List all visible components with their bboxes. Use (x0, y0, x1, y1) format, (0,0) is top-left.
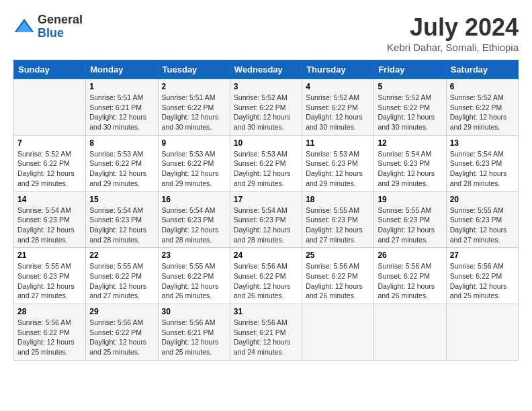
day-number: 29 (89, 307, 154, 316)
title-block: July 2024 Kebri Dahar, Somali, Ethiopia (387, 13, 519, 53)
logo-icon (13, 16, 35, 38)
day-info: Sunrise: 5:53 AM Sunset: 6:22 PM Dayligh… (162, 149, 226, 189)
day-info: Sunrise: 5:55 AM Sunset: 6:23 PM Dayligh… (450, 205, 515, 245)
day-info: Sunrise: 5:53 AM Sunset: 6:22 PM Dayligh… (89, 149, 154, 189)
calendar-body: 1Sunrise: 5:51 AM Sunset: 6:21 PM Daylig… (14, 79, 519, 361)
calendar-cell: 20Sunrise: 5:55 AM Sunset: 6:23 PM Dayli… (446, 191, 518, 248)
day-info: Sunrise: 5:51 AM Sunset: 6:21 PM Dayligh… (89, 93, 154, 132)
location-subtitle: Kebri Dahar, Somali, Ethiopia (387, 42, 519, 53)
day-info: Sunrise: 5:56 AM Sunset: 6:22 PM Dayligh… (89, 318, 154, 357)
day-info: Sunrise: 5:56 AM Sunset: 6:22 PM Dayligh… (234, 261, 298, 301)
calendar-cell: 7Sunrise: 5:52 AM Sunset: 6:22 PM Daylig… (14, 135, 86, 191)
weekday-header-tuesday: Tuesday (158, 60, 230, 79)
calendar-cell: 8Sunrise: 5:53 AM Sunset: 6:22 PM Daylig… (86, 135, 158, 191)
day-info: Sunrise: 5:51 AM Sunset: 6:22 PM Dayligh… (162, 93, 226, 132)
day-number: 4 (306, 82, 370, 91)
day-number: 15 (89, 195, 154, 204)
day-number: 20 (450, 195, 515, 204)
day-info: Sunrise: 5:53 AM Sunset: 6:23 PM Dayligh… (306, 149, 370, 189)
day-number: 10 (234, 138, 298, 148)
weekday-header-monday: Monday (86, 60, 158, 79)
calendar-week-3: 14Sunrise: 5:54 AM Sunset: 6:23 PM Dayli… (14, 191, 519, 248)
calendar-cell: 6Sunrise: 5:52 AM Sunset: 6:22 PM Daylig… (446, 79, 518, 136)
day-number: 25 (306, 250, 370, 260)
calendar-cell: 4Sunrise: 5:52 AM Sunset: 6:22 PM Daylig… (302, 79, 374, 136)
day-info: Sunrise: 5:52 AM Sunset: 6:22 PM Dayligh… (234, 93, 298, 132)
day-info: Sunrise: 5:55 AM Sunset: 6:23 PM Dayligh… (17, 261, 82, 301)
logo-general: General (38, 13, 83, 26)
day-info: Sunrise: 5:52 AM Sunset: 6:22 PM Dayligh… (17, 149, 82, 189)
weekday-header-wednesday: Wednesday (230, 60, 302, 79)
day-info: Sunrise: 5:55 AM Sunset: 6:22 PM Dayligh… (162, 261, 226, 301)
day-number: 24 (234, 250, 298, 260)
day-number: 17 (234, 195, 298, 204)
day-number: 23 (162, 250, 226, 260)
day-number: 6 (450, 82, 515, 91)
day-number: 21 (17, 250, 82, 260)
page-header: General Blue July 2024 Kebri Dahar, Soma… (13, 13, 519, 53)
calendar-cell: 12Sunrise: 5:54 AM Sunset: 6:23 PM Dayli… (374, 135, 446, 191)
calendar-header: SundayMondayTuesdayWednesdayThursdayFrid… (14, 60, 519, 79)
day-info: Sunrise: 5:56 AM Sunset: 6:22 PM Dayligh… (306, 261, 370, 301)
calendar-cell: 22Sunrise: 5:55 AM Sunset: 6:22 PM Dayli… (86, 248, 158, 304)
day-number: 18 (306, 195, 370, 204)
calendar-cell: 30Sunrise: 5:56 AM Sunset: 6:21 PM Dayli… (158, 304, 230, 361)
calendar-cell: 23Sunrise: 5:55 AM Sunset: 6:22 PM Dayli… (158, 248, 230, 304)
day-info: Sunrise: 5:55 AM Sunset: 6:23 PM Dayligh… (306, 205, 370, 245)
day-info: Sunrise: 5:54 AM Sunset: 6:23 PM Dayligh… (89, 205, 154, 245)
weekday-header-friday: Friday (374, 60, 446, 79)
calendar-cell: 13Sunrise: 5:54 AM Sunset: 6:23 PM Dayli… (446, 135, 518, 191)
day-number: 7 (17, 138, 82, 148)
calendar-cell: 24Sunrise: 5:56 AM Sunset: 6:22 PM Dayli… (230, 248, 302, 304)
day-info: Sunrise: 5:55 AM Sunset: 6:22 PM Dayligh… (89, 261, 154, 301)
calendar-week-4: 21Sunrise: 5:55 AM Sunset: 6:23 PM Dayli… (14, 248, 519, 304)
day-number: 28 (17, 307, 82, 316)
day-info: Sunrise: 5:54 AM Sunset: 6:23 PM Dayligh… (378, 149, 442, 189)
calendar-cell: 28Sunrise: 5:56 AM Sunset: 6:22 PM Dayli… (14, 304, 86, 361)
day-number: 8 (89, 138, 154, 148)
calendar-week-1: 1Sunrise: 5:51 AM Sunset: 6:21 PM Daylig… (14, 79, 519, 136)
day-number: 1 (89, 82, 154, 91)
day-info: Sunrise: 5:55 AM Sunset: 6:23 PM Dayligh… (378, 205, 442, 245)
calendar-cell: 18Sunrise: 5:55 AM Sunset: 6:23 PM Dayli… (302, 191, 374, 248)
day-number: 2 (162, 82, 226, 91)
calendar-cell: 25Sunrise: 5:56 AM Sunset: 6:22 PM Dayli… (302, 248, 374, 304)
day-number: 14 (17, 195, 82, 204)
calendar-cell (302, 304, 374, 361)
calendar-cell (446, 304, 518, 361)
logo-text: General Blue (38, 13, 83, 40)
calendar-cell: 26Sunrise: 5:56 AM Sunset: 6:22 PM Dayli… (374, 248, 446, 304)
weekday-header-thursday: Thursday (302, 60, 374, 79)
calendar-cell: 5Sunrise: 5:52 AM Sunset: 6:22 PM Daylig… (374, 79, 446, 136)
day-info: Sunrise: 5:56 AM Sunset: 6:21 PM Dayligh… (234, 318, 298, 357)
day-number: 27 (450, 250, 515, 260)
day-number: 26 (378, 250, 442, 260)
calendar-week-5: 28Sunrise: 5:56 AM Sunset: 6:22 PM Dayli… (14, 304, 519, 361)
day-number: 30 (162, 307, 226, 316)
calendar-cell: 27Sunrise: 5:56 AM Sunset: 6:22 PM Dayli… (446, 248, 518, 304)
logo: General Blue (13, 13, 83, 40)
calendar-table: SundayMondayTuesdayWednesdayThursdayFrid… (13, 60, 519, 361)
calendar-cell: 29Sunrise: 5:56 AM Sunset: 6:22 PM Dayli… (86, 304, 158, 361)
day-info: Sunrise: 5:54 AM Sunset: 6:23 PM Dayligh… (450, 149, 515, 189)
day-number: 22 (89, 250, 154, 260)
day-info: Sunrise: 5:56 AM Sunset: 6:22 PM Dayligh… (17, 318, 82, 357)
calendar-cell: 21Sunrise: 5:55 AM Sunset: 6:23 PM Dayli… (14, 248, 86, 304)
day-number: 31 (234, 307, 298, 316)
calendar-cell: 10Sunrise: 5:53 AM Sunset: 6:22 PM Dayli… (230, 135, 302, 191)
calendar-cell: 2Sunrise: 5:51 AM Sunset: 6:22 PM Daylig… (158, 79, 230, 136)
calendar-cell (14, 79, 86, 136)
logo-blue: Blue (38, 26, 64, 40)
day-number: 5 (378, 82, 442, 91)
month-year-title: July 2024 (387, 13, 519, 42)
day-number: 12 (378, 138, 442, 148)
calendar-week-2: 7Sunrise: 5:52 AM Sunset: 6:22 PM Daylig… (14, 135, 519, 191)
day-info: Sunrise: 5:56 AM Sunset: 6:22 PM Dayligh… (378, 261, 442, 301)
day-number: 13 (450, 138, 515, 148)
day-info: Sunrise: 5:54 AM Sunset: 6:23 PM Dayligh… (234, 205, 298, 245)
calendar-cell: 11Sunrise: 5:53 AM Sunset: 6:23 PM Dayli… (302, 135, 374, 191)
weekday-header-sunday: Sunday (14, 60, 86, 79)
day-info: Sunrise: 5:53 AM Sunset: 6:22 PM Dayligh… (234, 149, 298, 189)
calendar-cell: 15Sunrise: 5:54 AM Sunset: 6:23 PM Dayli… (86, 191, 158, 248)
day-number: 3 (234, 82, 298, 91)
